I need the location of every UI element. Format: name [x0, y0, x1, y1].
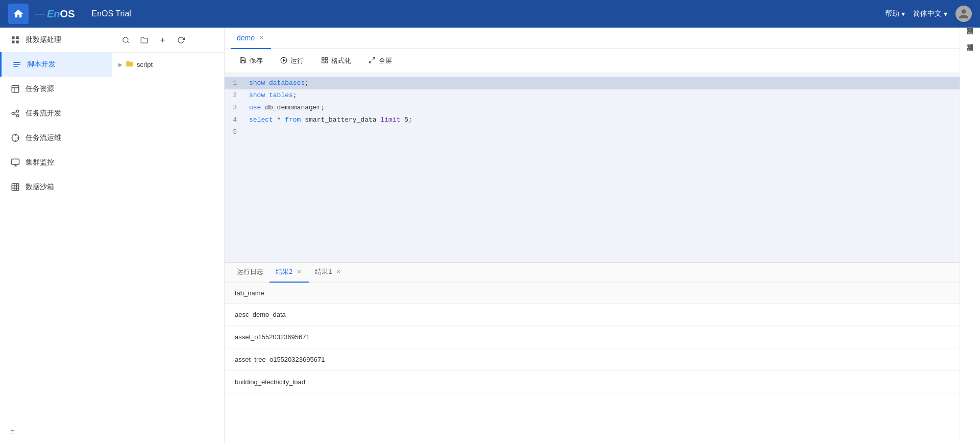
- results-column-header: tab_name: [225, 283, 960, 304]
- line-number: 5: [225, 127, 245, 138]
- right-panel: 基础配置 参数配置: [960, 28, 980, 443]
- results-tabs: 运行日志 结果2 ✕ 结果1 ✕: [225, 263, 960, 283]
- code-line-1[interactable]: 1show databases;: [225, 77, 960, 89]
- list-item: asset_tree_o15520323695671: [225, 348, 960, 371]
- svg-line-21: [127, 41, 129, 43]
- code-content: show databases;: [245, 78, 960, 89]
- code-line-3[interactable]: 3use db_demomanager;: [225, 102, 960, 114]
- line-number: 2: [225, 90, 245, 101]
- code-editor[interactable]: 1show databases;2show tables;3use db_dem…: [225, 73, 960, 262]
- editor-toolbar: 保存 运行 格式化 全屏: [225, 49, 960, 73]
- code-line-5[interactable]: 5: [225, 126, 960, 138]
- search-button[interactable]: [118, 33, 133, 47]
- add-file-button[interactable]: [155, 33, 169, 47]
- format-button[interactable]: 格式化: [314, 53, 358, 68]
- svg-rect-15: [12, 183, 19, 191]
- file-toolbar: [112, 28, 224, 53]
- svg-rect-29: [325, 61, 327, 63]
- sidebar-item-data-sandbox-label: 数据沙箱: [26, 182, 54, 192]
- language-button[interactable]: 简体中文 ▾: [913, 9, 947, 18]
- sidebar-collapse-button[interactable]: ≡: [0, 421, 112, 443]
- sidebar: 批数据处理 脚本开发 任务资源 任务流开发 任务流运维: [0, 28, 112, 443]
- file-panel: ▶ script: [112, 28, 225, 443]
- result-tab-log[interactable]: 运行日志: [231, 262, 270, 283]
- refresh-button[interactable]: [174, 33, 188, 47]
- task-flow-ops-icon: [10, 133, 20, 143]
- help-chevron-icon: ▾: [901, 10, 905, 18]
- save-button[interactable]: 保存: [233, 53, 270, 68]
- code-line-4[interactable]: 4select * from smart_battery_data limit …: [225, 114, 960, 126]
- svg-point-9: [16, 114, 19, 117]
- data-sandbox-icon: [10, 182, 20, 192]
- sidebar-item-cluster-monitor[interactable]: 集群监控: [0, 150, 112, 175]
- sidebar-item-script[interactable]: 脚本开发: [0, 52, 112, 77]
- sidebar-item-batch[interactable]: 批数据处理: [0, 28, 112, 52]
- app-title: EnOS Trial: [91, 9, 131, 18]
- file-tree-script-label: script: [137, 61, 153, 68]
- svg-rect-1: [16, 36, 19, 39]
- code-content: show tables;: [245, 90, 960, 101]
- sidebar-item-task-flow-ops[interactable]: 任务流运维: [0, 126, 112, 150]
- result-tab-1-label: 结果1: [315, 267, 332, 276]
- list-item: building_electricity_load: [225, 371, 960, 393]
- logo-en: En: [47, 8, 60, 20]
- file-tree-script[interactable]: ▶ script: [112, 57, 224, 73]
- save-icon: [239, 57, 247, 65]
- result-tab-2-close[interactable]: ✕: [296, 267, 303, 276]
- sidebar-item-task-flow-ops-label: 任务流运维: [26, 133, 61, 143]
- script-icon: [12, 59, 22, 69]
- sidebar-item-task-flow-dev-label: 任务流开发: [26, 109, 61, 118]
- tab-close-demo[interactable]: ✕: [258, 33, 265, 42]
- logo-dots: ·····: [35, 9, 45, 19]
- line-number: 1: [225, 78, 245, 89]
- task-resource-icon: [10, 84, 20, 94]
- fullscreen-button[interactable]: 全屏: [362, 53, 399, 68]
- avatar[interactable]: [955, 6, 972, 22]
- editor-tab-demo[interactable]: demo ✕: [231, 28, 271, 49]
- sidebar-item-task-resource[interactable]: 任务资源: [0, 77, 112, 101]
- results-table: tab_name aesc_demo_data asset_o155203236…: [225, 283, 960, 444]
- svg-point-8: [16, 110, 19, 112]
- save-label: 保存: [250, 56, 263, 65]
- expand-icon: ▶: [118, 62, 122, 67]
- run-label: 运行: [290, 56, 304, 65]
- svg-line-11: [14, 114, 17, 115]
- run-button[interactable]: 运行: [274, 53, 310, 68]
- home-button[interactable]: [8, 4, 29, 24]
- svg-rect-12: [12, 159, 19, 165]
- result-tab-log-label: 运行日志: [237, 267, 263, 276]
- sidebar-item-task-resource-label: 任务资源: [26, 84, 54, 94]
- task-flow-dev-icon: [10, 108, 20, 119]
- editor-tabs: demo ✕: [225, 28, 960, 49]
- sidebar-item-cluster-monitor-label: 集群监控: [26, 158, 54, 167]
- format-label: 格式化: [331, 56, 351, 65]
- header-actions: 帮助 ▾ 简体中文 ▾: [885, 6, 972, 22]
- svg-rect-4: [12, 85, 19, 92]
- result-tab-1-close[interactable]: ✕: [335, 267, 342, 276]
- batch-icon: [10, 35, 20, 45]
- code-line-2[interactable]: 2show tables;: [225, 89, 960, 102]
- right-panel-basic-config[interactable]: 基础配置: [961, 32, 979, 48]
- fullscreen-label: 全屏: [379, 56, 392, 65]
- sidebar-item-batch-label: 批数据处理: [26, 35, 61, 44]
- list-item: asset_o15520323695671: [225, 326, 960, 348]
- sidebar-item-data-sandbox[interactable]: 数据沙箱: [0, 175, 112, 199]
- new-folder-button[interactable]: [137, 33, 151, 47]
- svg-line-30: [373, 57, 375, 59]
- result-tab-1[interactable]: 结果1 ✕: [309, 262, 348, 283]
- logo-os: OS: [60, 8, 75, 20]
- svg-rect-0: [12, 36, 14, 39]
- right-panel-param-config[interactable]: 参数配置: [961, 48, 979, 64]
- svg-rect-3: [16, 41, 19, 43]
- svg-point-20: [122, 37, 128, 42]
- result-tab-2[interactable]: 结果2 ✕: [270, 262, 309, 283]
- results-panel: 运行日志 结果2 ✕ 结果1 ✕ tab_name aesc_demo_data…: [225, 262, 960, 444]
- editor-area: demo ✕ 保存 运行 格式化: [225, 28, 960, 443]
- result-tab-2-label: 结果2: [276, 267, 292, 276]
- svg-point-7: [12, 112, 14, 115]
- svg-rect-28: [322, 61, 324, 63]
- logo: ····· En OS: [35, 8, 83, 20]
- help-button[interactable]: 帮助 ▾: [885, 9, 905, 18]
- svg-rect-26: [322, 57, 324, 59]
- sidebar-item-task-flow-dev[interactable]: 任务流开发: [0, 101, 112, 126]
